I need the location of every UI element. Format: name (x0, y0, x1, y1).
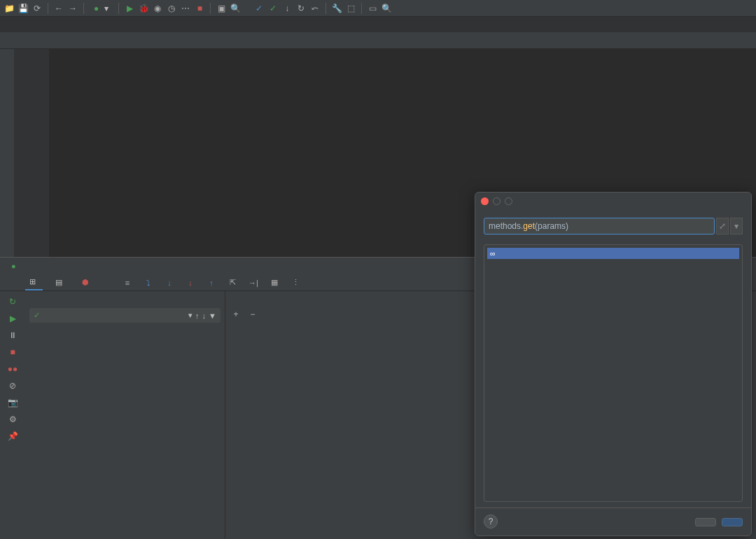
debug-icon[interactable]: 🐞 (137, 2, 150, 15)
close-window-icon (481, 197, 489, 205)
evaluate-dialog: methods.get(params) ⤢ ▾ ∞ ? (475, 192, 752, 536)
run-to-cursor-icon[interactable]: →| (247, 276, 260, 289)
maximize-window-icon (505, 197, 512, 205)
expression-history-dropdown[interactable]: ▾ (730, 218, 743, 234)
thread-selector[interactable]: ✓ ▾ ↑↓▼ (29, 308, 220, 323)
evaluate-button[interactable] (722, 518, 743, 526)
breadcrumb[interactable] (0, 17, 756, 32)
step-out-icon[interactable]: ↑ (205, 276, 218, 289)
git-pull-icon[interactable]: ↓ (281, 2, 293, 15)
layout-icon[interactable]: ▣ (215, 2, 227, 15)
force-step-into-icon[interactable]: ↓ (184, 276, 197, 289)
pause-icon[interactable]: ⏸ (6, 329, 19, 342)
left-toolwindow-stripe (0, 49, 14, 259)
show-execution-point-icon[interactable]: ≡ (121, 276, 134, 289)
new-watch-icon[interactable]: + (230, 308, 242, 321)
step-into-icon[interactable]: ↓ (163, 276, 176, 289)
help-button[interactable]: ? (484, 514, 498, 528)
drop-frame-icon[interactable]: ⇱ (226, 276, 239, 289)
git-push-icon[interactable]: ✓ (267, 2, 279, 15)
presentation-icon[interactable]: ▭ (366, 2, 379, 15)
structure-icon[interactable]: ⬚ (344, 2, 357, 15)
remove-watch-icon[interactable]: − (246, 308, 259, 321)
git-commit-icon[interactable]: ✓ (253, 2, 265, 15)
mute-breakpoints-icon[interactable]: ⊘ (6, 379, 19, 392)
rerun-icon[interactable]: ↻ (6, 295, 19, 308)
profile-icon[interactable]: ◷ (165, 2, 178, 15)
back-icon[interactable]: ← (52, 2, 65, 15)
evaluate-expression-icon[interactable]: ▦ (268, 276, 281, 289)
refresh-icon[interactable]: ⟳ (31, 2, 43, 15)
capture-icon[interactable]: 📷 (6, 396, 19, 409)
editor-gutter[interactable] (14, 49, 49, 257)
result-row[interactable]: ∞ (487, 248, 739, 259)
stop-debug-icon[interactable]: ■ (6, 346, 19, 358)
search-everywhere-icon[interactable]: 🔍 (380, 2, 393, 15)
git-revert-icon[interactable]: ⤺ (309, 2, 321, 15)
expression-input[interactable]: methods.get(params) (484, 218, 715, 234)
frames-list[interactable] (25, 324, 225, 539)
toolwindow-project[interactable] (0, 49, 14, 55)
toolwindow-structure[interactable] (0, 57, 14, 63)
attach-icon[interactable]: ⋯ (179, 2, 192, 15)
stop-icon[interactable]: ■ (193, 2, 206, 15)
step-over-icon[interactable]: ⤵ (142, 276, 155, 289)
frames-header (25, 291, 225, 307)
pin-icon[interactable]: 📌 (6, 430, 19, 442)
git-history-icon[interactable]: ↻ (295, 2, 307, 15)
window-controls[interactable] (481, 197, 512, 205)
forward-icon[interactable]: → (66, 2, 79, 15)
debug-settings-icon[interactable]: ⚙ (6, 413, 19, 426)
frames-panel: ✓ ▾ ↑↓▼ (25, 291, 225, 539)
coverage-icon[interactable]: ◉ (151, 2, 164, 15)
tab-console[interactable]: ▤ (51, 275, 69, 290)
save-icon[interactable]: 💾 (17, 2, 29, 15)
tab-debugger[interactable]: ⊞ (25, 274, 43, 290)
debug-sidebar: ↻ ▶ ⏸ ■ ●● ⊘ 📷 ⚙ 📌 (0, 291, 25, 539)
resume-icon[interactable]: ▶ (6, 312, 19, 325)
dialog-titlebar[interactable] (475, 192, 751, 209)
open-icon[interactable]: 📁 (3, 2, 15, 15)
expression-expand-icon[interactable]: ⤢ (716, 218, 729, 234)
tab-endpoints[interactable]: ⬢ (78, 275, 96, 290)
editor-tabs (0, 32, 756, 49)
trace-icon[interactable]: ⋮ (289, 276, 302, 289)
main-toolbar: 📁 💾 ⟳ ← → ● ▾ ▶ 🐞 ◉ ◷ ⋯ ■ ▣ 🔍 ✓ ✓ ↓ ↻ ⤺ … (0, 0, 756, 17)
minimize-window-icon (493, 197, 500, 205)
find-icon[interactable]: 🔍 (229, 2, 241, 15)
view-breakpoints-icon[interactable]: ●● (6, 363, 19, 375)
result-area[interactable]: ∞ (484, 244, 743, 502)
run-config-selector[interactable]: ● ▾ (88, 4, 114, 13)
close-button[interactable] (695, 518, 716, 526)
settings-icon[interactable]: 🔧 (330, 2, 343, 15)
run-icon[interactable]: ▶ (123, 2, 136, 15)
